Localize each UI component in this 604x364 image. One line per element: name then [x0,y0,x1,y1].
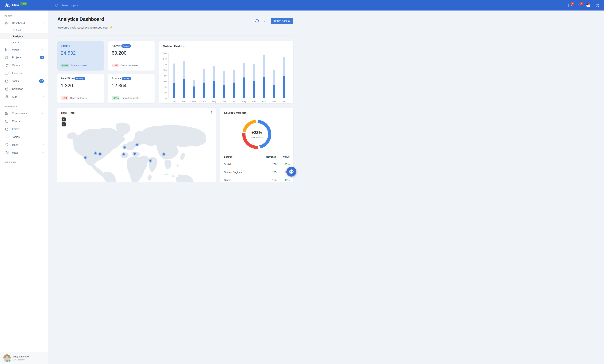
period-badge: Yearly [122,77,131,80]
search-bar[interactable] [55,4,121,7]
bar-aug [243,63,245,98]
sidebar-item-maps[interactable]: Maps [0,149,48,157]
delta-chip: -18% [61,96,68,100]
delta-chip: +27% [112,96,119,100]
sidebar-item-components[interactable]: Components [0,109,48,117]
zoom-out-button[interactable]: - [62,122,66,126]
sidebar-item-label: Icons [12,143,18,146]
cell-revenue: 164 [260,176,277,182]
table-row-social: Social260+35% [224,160,289,168]
map-marker[interactable] [123,153,125,155]
bar-feb [183,61,185,98]
stats-grid: Visitors 24.532 +14% Since last week Act… [57,41,155,103]
search-icon [55,4,59,7]
zoom-in-button[interactable]: + [62,117,66,121]
world-map[interactable]: + - [61,116,212,182]
main-content: Analytics Dashboard Welcome back, Lucy! … [48,11,302,182]
chevron-down-icon [41,96,44,98]
section-label-elements: ELEMENTS [0,101,48,109]
bar-jan [173,63,175,98]
chevron-down-icon [41,136,44,138]
search-input[interactable] [61,4,121,7]
stat-card-activity[interactable]: Activity Annual 63.200 -12% Since last w… [108,41,155,71]
delta-chip: +14% [61,63,69,67]
stat-title: Real-Time [61,77,74,80]
more-menu-icon[interactable] [288,111,290,115]
map-marker[interactable] [124,146,126,148]
filter-icon[interactable] [263,19,267,23]
sidebar-item-label: Dashboard [12,22,25,25]
pro-badge: PRO [20,2,27,5]
col-value: Value [277,153,289,160]
sidebar-item-dashboard[interactable]: Dashboard [0,19,48,27]
more-menu-icon[interactable] [288,44,290,48]
sidebar-nav: PAGESDashboardDefaultAnalyticsSaaSPagesP… [0,11,48,165]
stat-card-visitors[interactable]: Visitors 24.532 +14% Since last week [57,41,104,71]
sidebar-item-default[interactable]: Default [0,27,48,33]
period-badge: Annual [121,44,131,48]
sidebar-item-label: Auth [12,95,17,98]
sidebar-item-projects[interactable]: Projects8 [0,53,48,61]
sidebar-item-invoices[interactable]: Invoices [0,69,48,77]
sidebar-item-auth[interactable]: Auth [0,93,48,101]
source-table: Source Revenue Value Social260+35%Search… [224,153,289,182]
sidebar-item-label: Tables [12,136,20,138]
layout-icon [5,48,8,51]
stat-card-bounce[interactable]: Bounce Yearly 12.364 +27% Since last wee… [108,74,155,103]
donut-chart: +23% new visitors [241,118,273,151]
y-axis: 020406080100120140160 [163,53,168,98]
list-icon [5,135,8,139]
map-marker[interactable] [163,153,165,155]
sidebar-item-saas[interactable]: SaaS [0,39,48,46]
chart-title: Mobile / Desktop [163,45,185,48]
bar-mar [193,80,195,98]
sidebar-item-orders[interactable]: Orders [0,61,48,69]
welcome-text: Welcome back, Lucy! We've missed you. [57,25,108,30]
realtime-map-card: Real-Time [57,108,216,182]
map-icon [5,151,8,154]
stat-title: Visitors [61,44,70,47]
sidebar-item-label: Charts [12,120,20,123]
map-marker[interactable] [149,160,151,162]
table-row-search-engines: Search Engines125-12% [224,168,289,176]
brand[interactable]: Mira PRO [0,3,48,8]
header-divider [57,35,293,36]
map-marker[interactable] [94,152,96,154]
stat-value: 12.364 [112,83,151,88]
refresh-icon[interactable] [255,19,259,23]
sidebar-item-charts[interactable]: Charts [0,117,48,125]
sidebar-item-pages[interactable]: Pages [0,46,48,53]
col-source: Source [224,153,260,160]
map-marker[interactable] [136,144,138,146]
stat-card-realtime[interactable]: Real-Time Monthly 1.320 -18% Since last … [57,74,104,103]
calendar-icon [5,87,8,91]
sidebar-item-analytics[interactable]: Analytics [0,33,48,39]
map-marker[interactable] [84,157,86,159]
sidebar-item-icons[interactable]: Icons [0,141,48,149]
sidebar-item-tasks[interactable]: Tasks17 [0,77,48,85]
sidebar-item-forms[interactable]: Forms [0,125,48,133]
check-square-icon [5,127,8,131]
chevron-down-icon [41,72,44,75]
chevron-down-icon [41,120,44,123]
more-menu-icon[interactable] [211,111,212,115]
bar-dec [283,57,285,98]
map-marker[interactable] [134,152,136,155]
cart-icon [5,63,8,67]
map-marker[interactable] [99,153,101,155]
cell-revenue: 125 [260,168,277,176]
sidebar-item-calendar[interactable]: Calendar [0,85,48,93]
theme-settings-fab[interactable] [286,167,296,176]
bar-plot [168,53,289,98]
sidebar-item-label: Invoices [12,72,22,75]
date-range-button[interactable]: Today: April 29 [271,18,293,24]
bar-oct [263,54,265,98]
sidebar: PAGESDashboardDefaultAnalyticsSaaSPagesP… [0,11,48,182]
sidebar-item-tables[interactable]: Tables [0,133,48,141]
world-map-graphic [61,116,212,182]
bar-jul [233,70,235,98]
heart-icon [5,143,8,147]
sidebar-item-label: Forms [12,128,20,131]
donut-center-value: +23% [252,130,262,135]
sidebar-item-label: Tasks [12,80,19,83]
